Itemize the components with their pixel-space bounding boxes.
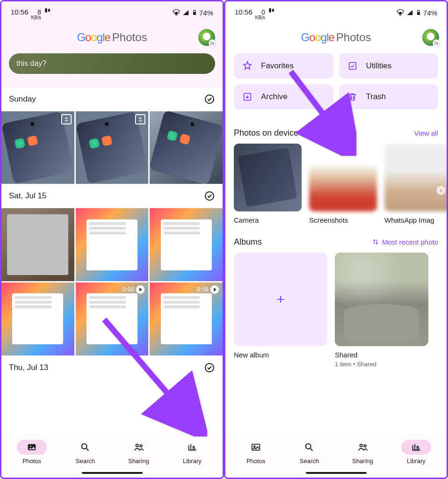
select-day-icon[interactable] — [204, 94, 215, 105]
svg-point-6 — [65, 117, 67, 119]
svg-rect-19 — [418, 11, 419, 13]
archive-button[interactable]: Archive — [234, 84, 333, 109]
photos-icon — [27, 442, 37, 452]
cloud-off-icon — [209, 39, 216, 47]
svg-point-24 — [306, 444, 311, 449]
albums-header: Albums Most recent photo — [225, 228, 447, 253]
svg-rect-0 — [45, 8, 47, 13]
nav-photos[interactable]: Photos — [5, 440, 58, 464]
battery-icon — [416, 8, 421, 17]
status-time: 10:56 — [11, 8, 29, 16]
search-icon — [80, 442, 90, 452]
nav-library[interactable]: Library — [166, 440, 219, 464]
photos-on-device-header: Photos on device View all — [225, 119, 447, 144]
photo-thumbnail[interactable] — [1, 208, 74, 281]
status-time: 10:56 — [235, 8, 253, 16]
svg-point-13 — [136, 444, 138, 447]
library-icon — [411, 442, 421, 452]
nav-library[interactable]: Library — [390, 440, 443, 464]
video-thumbnail[interactable]: 0:00 — [76, 283, 149, 356]
video-duration-badge: 0:00 — [123, 285, 145, 294]
select-day-icon[interactable] — [204, 190, 215, 202]
svg-point-12 — [82, 444, 87, 449]
memory-chip[interactable]: this day? — [9, 53, 215, 74]
nav-search[interactable]: Search — [282, 440, 336, 464]
account-avatar[interactable] — [198, 29, 215, 46]
photo-grid: 0:00 0:08 — [1, 208, 223, 355]
photo-thumbnail[interactable] — [76, 208, 149, 281]
nav-sharing[interactable]: Sharing — [336, 440, 390, 464]
photos-icon — [251, 442, 261, 452]
status-bar: 10:56 0KB/s 74% — [225, 1, 447, 22]
device-folder-camera[interactable]: Camera — [234, 144, 302, 224]
svg-point-11 — [30, 446, 31, 447]
svg-rect-15 — [269, 8, 271, 13]
library-shortcuts: Favorites Utilities Archive Trash — [225, 53, 447, 119]
albums-row: + New album Shared 1 item • Shared — [225, 253, 447, 368]
favorites-button[interactable]: Favorites — [234, 53, 333, 79]
date-header-sunday[interactable]: Sunday — [1, 87, 223, 111]
svg-rect-4 — [194, 11, 195, 13]
date-header-sat[interactable]: Sat, Jul 15 — [1, 184, 223, 208]
library-icon — [187, 442, 197, 452]
photo-thumbnail[interactable] — [1, 111, 74, 184]
photo-grid — [1, 111, 223, 184]
headphones-icon — [44, 6, 52, 15]
svg-point-5 — [205, 95, 214, 103]
svg-point-23 — [254, 446, 255, 447]
svg-rect-3 — [194, 10, 195, 11]
utilities-icon — [347, 61, 358, 71]
wifi-icon — [172, 8, 181, 17]
google-photos-logo: Google Photos — [301, 31, 371, 44]
scroll-chevron-icon[interactable]: › — [436, 186, 446, 195]
nav-search[interactable]: Search — [58, 440, 112, 464]
sharing-icon — [358, 442, 368, 452]
date-header-thu[interactable]: Thu, Jul 13 — [1, 356, 223, 380]
svg-point-9 — [205, 363, 214, 372]
device-folder-screenshots[interactable]: Screenshots — [309, 144, 377, 224]
svg-point-7 — [139, 117, 141, 119]
video-thumbnail[interactable] — [1, 283, 74, 356]
svg-point-14 — [140, 445, 142, 447]
sort-icon — [372, 238, 379, 246]
video-thumbnail[interactable]: 0:08 — [150, 283, 223, 356]
new-album-button[interactable]: + New album — [234, 253, 327, 368]
photo-thumbnail[interactable] — [150, 208, 223, 281]
battery-percent: 74% — [199, 9, 213, 17]
view-all-link[interactable]: View all — [414, 129, 438, 137]
device-folders-row[interactable]: Camera Screenshots WhatsApp Imag › — [225, 144, 447, 228]
search-icon — [304, 442, 314, 452]
headphones-icon — [268, 6, 276, 15]
svg-point-8 — [205, 192, 214, 200]
sharing-icon — [134, 442, 144, 452]
nav-photos[interactable]: Photos — [229, 440, 282, 464]
screenshot-library-tab: 10:56 0KB/s 74% Google Photos Favorites … — [224, 0, 448, 479]
svg-rect-16 — [272, 9, 274, 12]
battery-icon — [192, 8, 197, 17]
device-folder-whatsapp[interactable]: WhatsApp Imag — [384, 144, 447, 224]
svg-point-25 — [360, 444, 362, 447]
contact-badge-icon — [135, 114, 145, 124]
google-photos-logo: Google Photos — [77, 31, 147, 44]
nav-sharing[interactable]: Sharing — [112, 440, 166, 464]
photo-thumbnail[interactable] — [76, 111, 149, 184]
trash-button[interactable]: Trash — [339, 84, 439, 109]
sort-albums-button[interactable]: Most recent photo — [372, 238, 438, 246]
star-icon — [242, 61, 253, 71]
trash-icon — [347, 92, 358, 102]
album-shared[interactable]: Shared 1 item • Shared — [335, 253, 428, 368]
app-bar: Google Photos — [225, 22, 447, 53]
utilities-button[interactable]: Utilities — [339, 53, 439, 79]
gesture-bar[interactable] — [225, 468, 447, 478]
bottom-nav: Photos Search Sharing Library — [1, 434, 223, 468]
svg-rect-1 — [48, 9, 50, 12]
video-duration-badge: 0:08 — [197, 285, 219, 294]
svg-rect-18 — [418, 10, 419, 11]
account-avatar[interactable] — [422, 29, 439, 46]
gesture-bar[interactable] — [1, 468, 223, 478]
svg-rect-20 — [349, 62, 356, 69]
photo-thumbnail[interactable] — [150, 111, 223, 184]
signal-icon — [406, 9, 414, 16]
archive-icon — [242, 92, 253, 102]
select-day-icon[interactable] — [204, 362, 215, 373]
